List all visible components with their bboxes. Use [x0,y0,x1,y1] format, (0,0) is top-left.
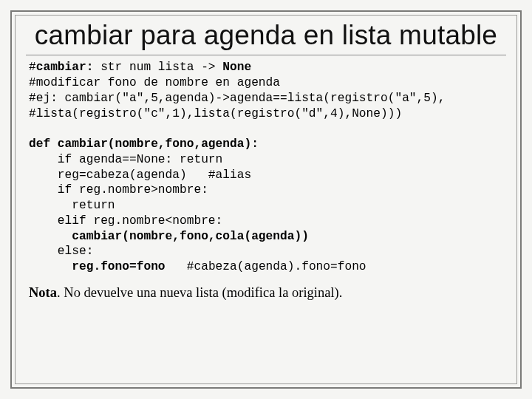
comment-signature: #cambiar: str num lista -> None [29,61,251,74]
frame-inner: cambiar para agenda en lista mutable #ca… [15,15,517,384]
line-else: else: [29,245,93,258]
code-block: #cambiar: str num lista -> None #modific… [29,60,503,274]
line-assign: reg.fono=fono #cabeza(agenda).fono=fono [29,260,366,273]
frame-outer: cambiar para agenda en lista mutable #ca… [10,10,522,389]
comment-example-2: #lista(registro("c",1),lista(registro("d… [29,107,402,120]
comment-description: #modificar fono de nombre en agenda [29,76,280,89]
line-if-gt: if reg.nombre>nombre: [29,183,208,197]
line-if-none: if agenda==None: return [29,153,222,166]
line-elif: elif reg.nombre<nombre: [29,214,222,228]
line-recurse: cambiar(nombre,fono,cola(agenda)) [29,230,309,243]
line-return: return [29,199,115,212]
comment-example-1: #ej: cambiar("a",5,agenda)->agenda==list… [29,92,445,105]
line-reg-alias: reg=cabeza(agenda) #alias [29,168,251,182]
slide-title: cambiar para agenda en lista mutable [29,20,503,50]
footnote: Nota. No devuelve una nueva lista (modif… [29,285,503,301]
def-line: def cambiar(nombre,fono,agenda): [29,137,259,151]
divider [26,55,506,55]
slide: cambiar para agenda en lista mutable #ca… [0,0,532,399]
